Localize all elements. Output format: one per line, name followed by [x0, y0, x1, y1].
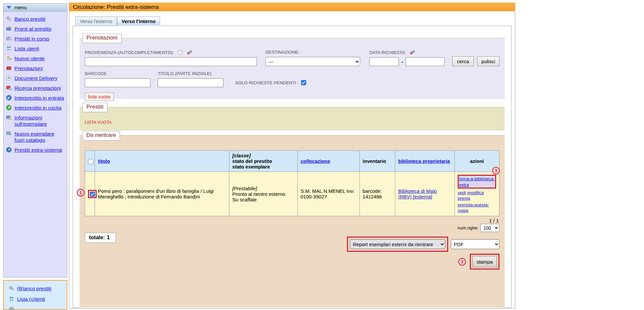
sidebar-item-label[interactable]: Interprestito in uscita	[14, 105, 61, 111]
sidebar-item-lista-utenti[interactable]: Lista utenti	[6, 45, 65, 52]
book-search-icon	[6, 85, 12, 91]
shortcut-item-label[interactable]: (B)anco prestiti	[17, 285, 51, 292]
pulisci-button[interactable]: pulisci	[477, 56, 499, 66]
sidebar-item-label[interactable]: Prestiti in corso	[14, 36, 49, 42]
sidebar-item-label[interactable]: Informazioni sull'esemplare	[14, 115, 65, 127]
format-select[interactable]: PDF	[451, 239, 499, 249]
sidebar-item-interprestito-uscita[interactable]: Interprestito in uscita	[6, 105, 65, 111]
table-header-row: titolo [classe] stato del prestito stato…	[85, 151, 499, 172]
titolo-input[interactable]	[158, 78, 223, 87]
gears-icon	[9, 285, 14, 291]
presta-link[interactable]: presta	[458, 196, 470, 201]
shortcut-lista-utenti[interactable]: Lista (u)tenti	[9, 296, 65, 302]
sidebar-item-prestiti-extra-sistema[interactable]: Prestiti extra-sistema	[6, 147, 65, 153]
sidebar-item-label[interactable]: Nuovo utente	[14, 55, 45, 62]
cerca-button[interactable]: cerca	[452, 56, 474, 66]
azioni-cell: 3 torna-a-biblioteca-extra vedi modifica…	[455, 172, 499, 216]
stato-cell: [Prestabile] Pronto al rientro esterno S…	[229, 172, 298, 216]
data-richiesta-label: DATA RICHIESTA:	[369, 50, 406, 55]
annotation-step-3: 3	[492, 167, 500, 174]
shortcut-banco-prestiti[interactable]: (B)anco prestiti	[9, 285, 65, 292]
sidebar-item-prenotazioni[interactable]: Prenotazioni	[6, 65, 65, 71]
prenota-questa-copia-link[interactable]: prenota-questa-copia	[458, 202, 489, 213]
sidebar-item-pronti-al-prestito[interactable]: Pronti al prestito	[6, 26, 65, 32]
sidebar-item-label[interactable]: Banco prestiti	[14, 16, 45, 22]
select-all-checkbox[interactable]	[88, 159, 93, 164]
shortcut-item-label[interactable]: Lista (u)tenti	[17, 296, 45, 302]
partial-icon	[9, 306, 14, 310]
tab-bar: Verso l'esterno Verso l'interno	[75, 16, 512, 26]
sort-titolo-link[interactable]: titolo	[98, 158, 110, 164]
vedi-link[interactable]: vedi	[458, 190, 466, 195]
destinazione-label: DESTINAZIONE:	[265, 50, 300, 55]
sort-collocazione-link[interactable]: collocazione	[301, 158, 330, 164]
sidebar-item-label[interactable]: Lista utenti	[14, 45, 39, 52]
tab-panel: Prenotazioni PROVENIENZA (AUTOCOMPLETAME…	[73, 26, 512, 308]
shortcut-partial-item	[9, 306, 65, 310]
eraser-icon[interactable]	[187, 49, 193, 55]
collapse-triangle-icon	[7, 6, 11, 9]
solo-richieste-checkbox[interactable]	[301, 80, 306, 85]
sidebar-item-interprestito-entrata[interactable]: Interprestito in entrata	[6, 95, 65, 101]
prenotazioni-fieldset: Prenotazioni PROVENIENZA (AUTOCOMPLETAME…	[80, 38, 505, 99]
prestiti-empty-text: LISTA VUOTA	[85, 120, 499, 125]
sidebar-item-label[interactable]: Prestiti extra-sistema	[14, 147, 62, 153]
modifica-link[interactable]: modifica	[467, 190, 484, 195]
tab-verso-esterno[interactable]: Verso l'esterno	[75, 16, 117, 26]
sidebar-item-prestiti-in-corso[interactable]: Prestiti in corso	[6, 36, 65, 42]
sidebar-item-nuovo-esemplare[interactable]: Nuovo esemplare fuori catalogo	[6, 131, 65, 143]
arrow-out-circle-icon	[6, 105, 12, 111]
annotation-box-stampa: stampa	[470, 254, 499, 270]
torna-a-biblioteca-extra-link[interactable]: torna-a-biblioteca-extra	[459, 176, 495, 187]
row-checkbox[interactable]	[90, 192, 95, 197]
sidebar-item-label[interactable]: Pronti al prestito	[14, 26, 51, 32]
da-rientrare-table: titolo [classe] stato del prestito stato…	[85, 150, 499, 216]
extra-system-icon	[6, 147, 12, 153]
titolo-label: TITOLO (PARTE INIZIALE)	[158, 71, 212, 76]
sidebar-item-nuovo-utente[interactable]: Nuovo utente	[6, 55, 65, 62]
destinazione-select[interactable]: ---	[265, 57, 360, 66]
annotation-step-2: 2	[458, 258, 466, 266]
prestiti-fieldset: Prestiti LISTA VUOTA	[80, 107, 505, 131]
annotation-box-report: Report esemplari esterni da rientrare	[347, 237, 448, 252]
biblioteca-link[interactable]: Biblioteca di Malo (RBV) [esterna]	[398, 188, 437, 199]
da-rientrare-legend: Da rientrare	[82, 131, 120, 141]
new-item-icon	[6, 131, 12, 137]
autocomplete-icon[interactable]	[177, 49, 183, 55]
page-title: Circolazione: Prestiti extra-sistema	[69, 3, 515, 11]
sidebar-item-label[interactable]: Prenotazioni	[14, 65, 43, 71]
sort-biblioteca-link[interactable]: biblioteca proprietaria	[398, 158, 450, 164]
menu-title: menu	[14, 5, 27, 10]
lista-vuota-button[interactable]: lista vuota	[85, 92, 114, 101]
open-book-icon	[6, 36, 12, 41]
provenienza-label: PROVENIENZA (AUTOCOMPLETAMENTO):	[85, 50, 174, 55]
sidebar-item-document-delivery[interactable]: Document Delivery	[6, 75, 65, 81]
barcode-input[interactable]	[85, 78, 150, 87]
report-select[interactable]: Report esemplari esterni da rientrare	[350, 239, 445, 249]
item-info-icon	[6, 115, 12, 120]
sidebar-item-ricerca-prenotazioni[interactable]: Ricerca prenotazioni	[6, 85, 65, 91]
menu-header[interactable]: menu	[3, 3, 67, 12]
tab-verso-interno[interactable]: Verso l'interno	[117, 16, 160, 26]
annotation-box-checkbox	[88, 190, 97, 198]
stampa-button[interactable]: stampa	[472, 256, 497, 267]
barcode-label: BARCODE	[85, 71, 107, 76]
book-ready-icon	[6, 26, 12, 32]
collocazione-cell: S.M. MAL.N.MENEL Inv: 0100-35027	[297, 172, 359, 216]
sidebar-item-label[interactable]: Document Delivery	[14, 75, 58, 81]
sidebar-item-informazioni-esemplare[interactable]: Informazioni sull'esemplare	[6, 115, 65, 127]
prenotazioni-legend: Prenotazioni	[82, 34, 122, 43]
inventario-header: inventario	[359, 151, 395, 172]
sidebar-item-label[interactable]: Interprestito in entrata	[14, 95, 64, 101]
user-add-icon	[6, 55, 12, 61]
eraser-icon[interactable]	[409, 49, 415, 55]
num-righe-select[interactable]: 100	[480, 224, 499, 232]
provenienza-input[interactable]	[85, 57, 257, 66]
sidebar-item-banco-prestiti[interactable]: Banco prestiti	[6, 16, 65, 22]
data-richiesta-da-input[interactable]	[369, 57, 399, 66]
sidebar-item-label[interactable]: Nuovo esemplare fuori catalogo	[14, 131, 65, 143]
data-richiesta-a-input[interactable]	[406, 57, 445, 66]
annotation-step-1: 1	[77, 189, 84, 196]
solo-richieste-label: SOLO RICHIESTE PENDENTI :	[235, 80, 299, 85]
sidebar-item-label[interactable]: Ricerca prenotazioni	[14, 85, 61, 91]
